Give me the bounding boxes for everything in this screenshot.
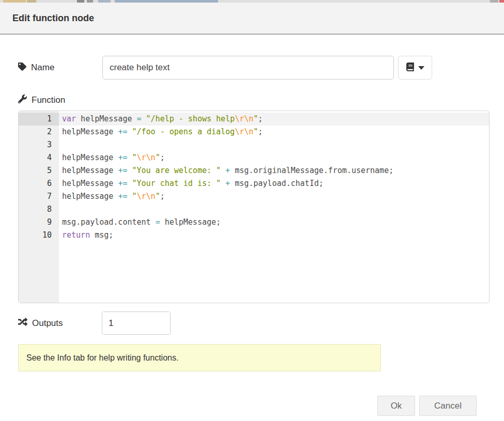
line-number: 8 bbox=[19, 203, 59, 216]
outputs-input[interactable] bbox=[102, 312, 171, 334]
code-line: msg.payload.content = helpMessage; bbox=[59, 216, 489, 229]
line-number: 3 bbox=[19, 138, 59, 151]
name-label-group: Name bbox=[18, 63, 102, 73]
background-peek bbox=[0, 0, 504, 3]
wrench-icon bbox=[18, 95, 32, 106]
book-icon bbox=[406, 63, 415, 73]
function-label-group: Function bbox=[18, 95, 486, 106]
info-tip-text: See the Info tab for help writing functi… bbox=[26, 353, 178, 363]
code-line: helpMessage += "\r\n"; bbox=[59, 151, 489, 164]
edit-function-dialog: Edit function node Name Fun bbox=[0, 3, 504, 416]
editor-gutter: 12345678910 bbox=[19, 111, 59, 303]
code-line: return msg; bbox=[59, 229, 489, 242]
line-number: 5 bbox=[19, 164, 59, 177]
editor-code[interactable]: var helpMessage = "/help - shows help\r\… bbox=[59, 111, 489, 303]
dialog-footer: Ok Cancel bbox=[18, 396, 486, 416]
line-number: 4 bbox=[19, 151, 59, 164]
shuffle-icon bbox=[18, 317, 32, 329]
background-node bbox=[499, 0, 504, 3]
name-input[interactable] bbox=[102, 56, 394, 80]
name-label: Name bbox=[31, 63, 54, 73]
tag-icon bbox=[18, 63, 31, 73]
code-editor[interactable]: 12345678910 var helpMessage = "/help - s… bbox=[18, 111, 490, 303]
dialog-body: Name Function 12345678910 var helpMessag… bbox=[0, 56, 504, 416]
background-node bbox=[77, 0, 84, 3]
chevron-down-icon bbox=[418, 66, 424, 70]
info-tip: See the Info tab for help writing functi… bbox=[18, 344, 381, 371]
line-number: 1 bbox=[19, 113, 59, 126]
outputs-spinner bbox=[102, 311, 171, 335]
line-number: 10 bbox=[19, 229, 59, 242]
code-line bbox=[59, 203, 489, 216]
library-button[interactable] bbox=[398, 56, 432, 80]
outputs-label-group: Outputs bbox=[18, 317, 102, 329]
background-node bbox=[115, 0, 218, 3]
background-node bbox=[87, 0, 93, 3]
code-line: var helpMessage = "/help - shows help\r\… bbox=[59, 113, 489, 126]
background-node bbox=[490, 0, 498, 3]
code-line: helpMessage += "You are welcome: " + msg… bbox=[59, 164, 489, 177]
background-node bbox=[27, 0, 36, 3]
background-node bbox=[98, 0, 111, 3]
function-label: Function bbox=[32, 95, 65, 105]
cancel-button[interactable]: Cancel bbox=[419, 396, 477, 416]
name-row: Name bbox=[18, 56, 486, 80]
background-node bbox=[3, 0, 26, 3]
dialog-title: Edit function node bbox=[12, 13, 94, 24]
line-number: 2 bbox=[19, 126, 59, 138]
line-number: 6 bbox=[19, 177, 59, 190]
line-number: 9 bbox=[19, 216, 59, 229]
ok-button[interactable]: Ok bbox=[377, 396, 415, 416]
code-line: helpMessage += "\r\n"; bbox=[59, 190, 489, 203]
outputs-row: Outputs bbox=[18, 311, 486, 335]
line-number: 7 bbox=[19, 190, 59, 203]
code-line: helpMessage += "/foo - opens a dialog\r\… bbox=[59, 126, 489, 138]
dialog-header: Edit function node bbox=[0, 3, 504, 35]
code-line: helpMessage += "Your chat id is: " + msg… bbox=[59, 177, 489, 190]
outputs-label: Outputs bbox=[32, 318, 63, 329]
code-line bbox=[59, 138, 489, 151]
